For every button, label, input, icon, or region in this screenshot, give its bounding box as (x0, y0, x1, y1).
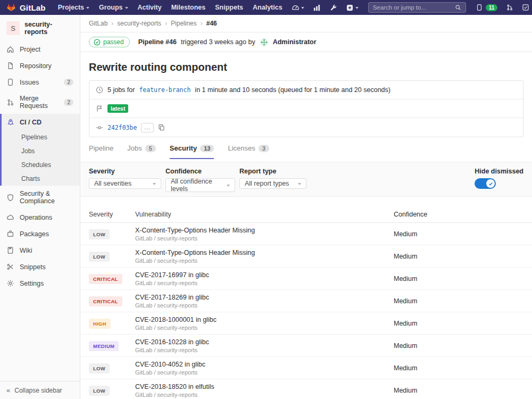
pipeline-tabs: Pipeline Jobs 5 Security 13 Licenses 3 (80, 144, 532, 162)
gitlab-logo-icon (6, 3, 16, 12)
todo-check-icon (522, 4, 529, 11)
tab-jobs[interactable]: Jobs 5 (127, 144, 156, 159)
severity-badge: CRITICAL (89, 296, 122, 306)
vulnerability-title: X-Content-Type-Options Header Missing (135, 227, 394, 234)
nav-snippets[interactable]: Snippets (210, 0, 248, 15)
global-search[interactable] (368, 2, 466, 13)
vulnerability-row[interactable]: MEDIUM CVE-2016-10228 in glibc GitLab / … (80, 335, 532, 357)
sidebar-item-charts[interactable]: Charts (2, 172, 80, 186)
sidebar-item-wiki[interactable]: Wiki (0, 242, 80, 259)
severity-badge: LOW (89, 229, 110, 239)
todos-button[interactable]: 15 (518, 0, 532, 15)
mr-count-badge: 2 (64, 99, 73, 106)
confidence-dropdown[interactable]: All confidence levels (165, 178, 235, 192)
expand-commit-button[interactable]: ... (141, 123, 153, 132)
sidebar-group-cicd: CI / CD Pipelines Jobs Schedules Charts (0, 114, 80, 186)
severity-badge: LOW (89, 363, 110, 373)
nav-activity[interactable]: Activity (133, 0, 167, 15)
nav-analytics[interactable]: Analytics (248, 0, 287, 15)
sidebar-item-security-compliance[interactable]: Security & Compliance (0, 186, 80, 209)
cloud-icon (6, 213, 14, 221)
vulnerability-row[interactable]: LOW X-Content-Type-Options Header Missin… (80, 245, 532, 268)
project-avatar: S (6, 21, 20, 35)
new-menu-button[interactable] (342, 0, 363, 15)
vulnerability-row[interactable]: CRITICAL CVE-2017-16997 in glibc GitLab … (80, 268, 532, 290)
sidebar-item-project[interactable]: Project (0, 41, 80, 57)
confidence-value: Medium (394, 320, 523, 327)
breadcrumb: GitLab › security-reports › Pipelines › … (80, 15, 532, 32)
copy-commit-icon[interactable] (158, 124, 165, 131)
sidebar-item-pipelines[interactable]: Pipelines (2, 130, 80, 144)
tab-pipeline[interactable]: Pipeline (89, 144, 113, 159)
vulnerability-row[interactable]: CRITICAL CVE-2017-18269 in glibc GitLab … (80, 290, 532, 312)
severity-dropdown[interactable]: All severities (89, 178, 161, 189)
vulnerability-title: CVE-2018-1000001 in glibc (135, 316, 394, 323)
sidebar-item-issues[interactable]: Issues 2 (0, 74, 80, 90)
severity-badge: LOW (89, 252, 110, 262)
sidebar-item-repository[interactable]: Repository (0, 57, 80, 74)
collapse-sidebar-button[interactable]: « Collapse sidebar (0, 381, 80, 399)
vulnerabilities-table: Severity Vulnerability Confidence LOW X-… (80, 206, 532, 399)
sidebar-item-settings[interactable]: Settings (0, 275, 80, 292)
pipeline-duration-row: 5 jobs for feature-branch in 1 minute an… (89, 81, 523, 99)
breadcrumb-gitlab[interactable]: GitLab (89, 20, 107, 27)
charts-button[interactable] (309, 0, 325, 15)
vulnerability-project: GitLab / security-reports (135, 280, 394, 286)
sidebar-project-header[interactable]: S security-reports (0, 15, 80, 41)
chevron-down-icon (227, 185, 230, 187)
nav-milestones[interactable]: Milestones (167, 0, 211, 15)
sidebar-item-schedules[interactable]: Schedules (2, 158, 80, 172)
pipeline-status-badge[interactable]: passed (89, 37, 130, 47)
vulnerability-project: GitLab / security-reports (135, 302, 394, 309)
vulnerability-title: CVE-2017-18269 in glibc (135, 294, 394, 301)
nav-groups[interactable]: Groups (94, 0, 132, 15)
nav-projects[interactable]: Projects (53, 0, 94, 15)
commit-sha-link[interactable]: 242f03be (107, 124, 137, 131)
sidebar-item-ci-cd[interactable]: CI / CD (2, 114, 80, 130)
header-confidence: Confidence (394, 211, 523, 218)
dashboards-menu-button[interactable] (287, 0, 309, 15)
author-name[interactable]: Administrator (273, 38, 317, 46)
breadcrumb-pipelines[interactable]: Pipelines (171, 20, 197, 27)
hide-dismissed-toggle[interactable] (475, 178, 496, 189)
bar-chart-icon (313, 4, 321, 12)
vulnerability-title: CVE-2010-4052 in glibc (135, 361, 394, 368)
vulnerability-row[interactable]: LOW CVE-2018-18520 in elfutils GitLab / … (80, 379, 532, 399)
sidebar-item-operations[interactable]: Operations (0, 209, 80, 226)
tab-security[interactable]: Security 13 (170, 144, 214, 159)
security-count-badge: 13 (200, 145, 214, 152)
sidebar-item-packages[interactable]: Packages (0, 226, 80, 242)
chevron-down-icon (125, 7, 128, 9)
sidebar-item-merge-requests[interactable]: Merge Requests 2 (0, 90, 80, 114)
search-input[interactable] (373, 4, 455, 11)
file-icon (6, 62, 14, 70)
issues-dashboard-button[interactable]: 11 (471, 0, 502, 15)
sidebar-item-jobs[interactable]: Jobs (2, 144, 80, 158)
severity-filter: Severity All severities (89, 168, 161, 189)
flag-icon (96, 105, 103, 112)
main-content: GitLab › security-reports › Pipelines › … (80, 15, 532, 399)
confidence-filter: Confidence All confidence levels (165, 168, 235, 189)
vulnerability-project: GitLab / security-reports (135, 235, 394, 242)
breadcrumb-project[interactable]: security-reports (117, 20, 161, 27)
pipeline-triggered-text: triggered 3 weeks ago by (181, 38, 255, 46)
chevron-down-icon (86, 7, 89, 9)
merge-requests-dashboard-button[interactable] (502, 0, 518, 15)
project-sidebar: S security-reports Project Repository Is… (0, 15, 80, 399)
vulnerability-row[interactable]: HIGH CVE-2018-1000001 in glibc GitLab / … (80, 312, 532, 335)
vulnerability-row[interactable]: LOW CVE-2010-4052 in glibc GitLab / secu… (80, 357, 532, 379)
dashboard-gauge-icon (292, 4, 300, 12)
sidebar-item-snippets[interactable]: Snippets (0, 259, 80, 275)
vulnerability-project: GitLab / security-reports (135, 347, 394, 353)
issues-icon (476, 4, 483, 11)
check-circle-icon (94, 39, 101, 46)
vulnerability-row[interactable]: LOW X-Content-Type-Options Header Missin… (80, 223, 532, 245)
confidence-value: Medium (394, 230, 523, 238)
tab-licenses[interactable]: Licenses 3 (228, 144, 269, 159)
confidence-value: Medium (394, 364, 523, 372)
report-type-dropdown[interactable]: All report types (239, 178, 306, 189)
gitlab-home-link[interactable]: GitLab (6, 3, 46, 12)
admin-area-button[interactable] (325, 0, 342, 15)
vulnerability-title: CVE-2018-18520 in elfutils (135, 383, 394, 390)
branch-link[interactable]: feature-branch (139, 86, 190, 94)
